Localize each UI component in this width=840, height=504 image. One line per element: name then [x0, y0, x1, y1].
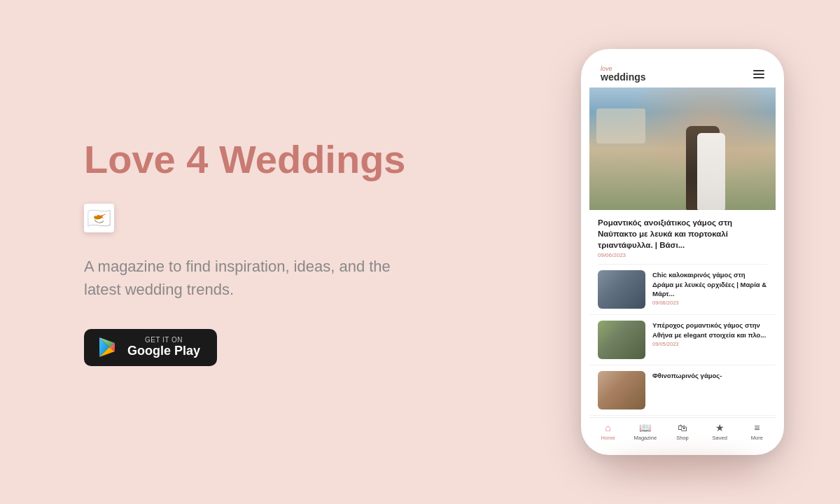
left-section: Love 4 Weddings 🇨🇾 A magazine to find in… — [84, 138, 581, 365]
home-icon: ⌂ — [605, 422, 610, 433]
saved-icon: ★ — [715, 422, 724, 433]
phone-shadow — [606, 455, 760, 476]
play-store-icon — [97, 336, 119, 358]
app-header: love weddings — [589, 57, 776, 88]
nav-more-label: More — [751, 435, 763, 441]
main-article-title: Ρομαντικός ανοιξιάτικος γάμος στη Ναύπακ… — [589, 210, 776, 252]
google-play-text: GET IT ON Google Play — [127, 336, 200, 359]
app-title: Love 4 Weddings — [84, 138, 581, 181]
hamburger-menu-icon[interactable] — [753, 70, 764, 78]
article-title: Chic καλοκαιρινός γάμος στη Δράμα με λευ… — [652, 270, 767, 298]
phone-mockup: love weddings Ρομαντικός ανοιξι — [581, 49, 784, 455]
google-play-top-text: GET IT ON — [127, 336, 200, 344]
article-thumbnail — [598, 270, 645, 309]
article-thumbnail — [598, 321, 645, 359]
article-item[interactable]: Υπέροχος ρομαντικός γάμος στην Αθήνα με … — [589, 315, 776, 365]
nav-item-more[interactable]: ≡ More — [738, 422, 776, 441]
article-title: Φθινοπωρινός γάμος- — [652, 371, 767, 380]
nav-item-home[interactable]: ⌂ Home — [589, 422, 626, 441]
google-play-button[interactable]: GET IT ON Google Play — [84, 329, 217, 366]
article-thumbnail — [598, 371, 645, 410]
article-text-block: Υπέροχος ρομαντικός γάμος στην Αθήνα με … — [652, 321, 767, 359]
logo-weddings-text: weddings — [601, 72, 646, 82]
article-date: 09/05/2023 — [652, 341, 767, 347]
phone-screen: love weddings Ρομαντικός ανοιξι — [589, 57, 776, 447]
google-play-bottom-text: Google Play — [127, 344, 200, 359]
nav-item-magazine[interactable]: 📖 Magazine — [626, 422, 664, 441]
tagline: A magazine to find inspiration, ideas, a… — [84, 255, 420, 301]
flag-icon: 🇨🇾 — [84, 204, 114, 232]
article-item[interactable]: Chic καλοκαιρινός γάμος στη Δράμα με λευ… — [589, 265, 776, 315]
hero-image — [589, 88, 776, 210]
nav-home-label: Home — [601, 435, 615, 441]
phone-frame: love weddings Ρομαντικός ανοιξι — [581, 49, 784, 455]
nav-saved-label: Saved — [713, 435, 727, 441]
main-article[interactable]: Ρομαντικός ανοιξιάτικος γάμος στη Ναύπακ… — [589, 210, 776, 264]
article-item[interactable]: Φθινοπωρινός γάμος- — [589, 365, 776, 416]
shop-icon: 🛍 — [678, 422, 687, 433]
article-text-block: Φθινοπωρινός γάμος- — [652, 371, 767, 410]
magazine-icon: 📖 — [639, 422, 651, 433]
nav-shop-label: Shop — [676, 435, 689, 441]
more-icon: ≡ — [754, 422, 760, 433]
article-date: 09/08/2023 — [652, 300, 767, 306]
article-text-block: Chic καλοκαιρινός γάμος στη Δράμα με λευ… — [652, 270, 767, 309]
bottom-nav: ⌂ Home 📖 Magazine 🛍 Shop ★ Saved ≡ M — [589, 417, 776, 447]
flag-container: 🇨🇾 — [84, 204, 581, 232]
nav-magazine-label: Magazine — [634, 435, 657, 441]
main-article-date: 09/06/2023 — [589, 252, 776, 264]
nav-item-shop[interactable]: 🛍 Shop — [664, 422, 701, 441]
app-logo: love weddings — [601, 66, 646, 82]
nav-item-saved[interactable]: ★ Saved — [701, 422, 738, 441]
article-title: Υπέροχος ρομαντικός γάμος στην Αθήνα με … — [652, 321, 767, 340]
content-area: Ρομαντικός ανοιξιάτικος γάμος στη Ναύπακ… — [589, 210, 776, 417]
